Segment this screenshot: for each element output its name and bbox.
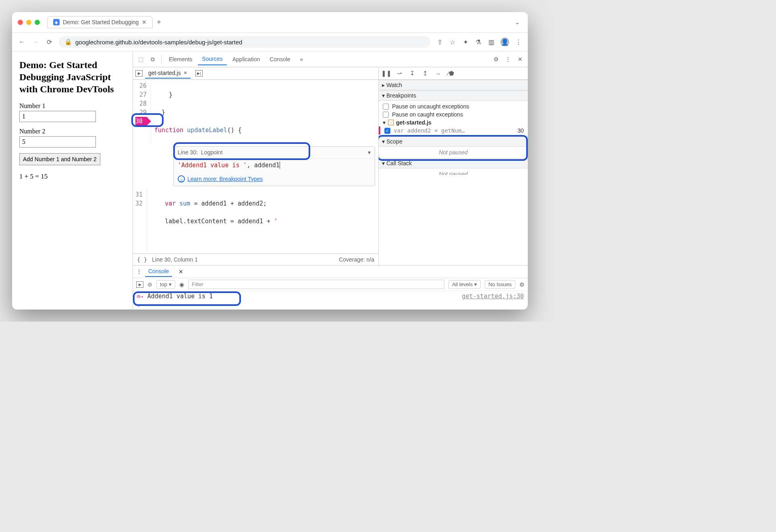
- kebab-menu-icon[interactable]: ⋮: [503, 54, 513, 64]
- breakpoint-item[interactable]: ✓ var addend2 = getNum… 30: [379, 127, 524, 135]
- close-drawer-icon[interactable]: ✕: [178, 268, 183, 275]
- url-field[interactable]: 🔒 googlechrome.github.io/devtools-sample…: [59, 36, 430, 48]
- maximize-window-icon[interactable]: [35, 20, 40, 25]
- pause-icon[interactable]: ❚❚: [382, 69, 391, 78]
- console-prompt[interactable]: ›: [133, 301, 528, 310]
- logpoint-expr-rest: , addend1: [247, 162, 280, 169]
- reading-list-icon[interactable]: ▥: [488, 38, 495, 46]
- watch-pane-header[interactable]: ▸ Watch: [379, 80, 528, 90]
- logpoint-expression-input[interactable]: 'Addend1 value is ', addend1: [174, 158, 375, 172]
- breakpoints-pane-header[interactable]: ▾ Breakpoints: [379, 90, 528, 101]
- settings-icon[interactable]: ⚙: [491, 54, 501, 64]
- extensions-icon[interactable]: ✦: [462, 38, 469, 46]
- logpoint-expr-string: 'Addend1 value is ': [178, 162, 247, 169]
- pretty-print-icon[interactable]: { }: [137, 256, 147, 263]
- step-out-icon[interactable]: ↥: [421, 69, 429, 78]
- page-heading: Demo: Get Started Debugging JavaScript w…: [19, 59, 125, 95]
- line-gutter[interactable]: 26 27 28 29 30: [133, 80, 151, 145]
- issues-button[interactable]: No Issues: [485, 280, 515, 289]
- line-gutter-2[interactable]: 31 32: [133, 189, 147, 254]
- profile-avatar[interactable]: 👤: [500, 37, 509, 46]
- logpoint-type[interactable]: Logpoint: [201, 149, 223, 156]
- content-area: Demo: Get Started Debugging JavaScript w…: [12, 52, 528, 310]
- line-28[interactable]: 28: [135, 99, 147, 108]
- reload-button[interactable]: ⟳: [45, 38, 53, 46]
- pause-uncaught-row[interactable]: Pause on uncaught exceptions: [383, 102, 524, 110]
- learn-more-link[interactable]: → Learn more: Breakpoint Types: [174, 172, 375, 186]
- deactivate-breakpoints-icon[interactable]: ⁄⬟: [446, 69, 455, 78]
- checkbox-unchecked-icon[interactable]: [383, 112, 389, 118]
- callstack-pane-header[interactable]: ▾ Call Stack: [379, 158, 528, 168]
- line-31[interactable]: 31: [135, 190, 143, 199]
- console-log-source-link[interactable]: get-started.js:30: [462, 293, 524, 300]
- share-icon[interactable]: ⇧: [436, 38, 443, 46]
- logpoint-editor: Line 30: Logpoint ▾ 'Addend1 value is ',…: [173, 146, 375, 186]
- tabs-dropdown-icon[interactable]: ⌄: [515, 19, 520, 25]
- console-settings-icon[interactable]: ⚙: [519, 281, 525, 288]
- close-file-icon[interactable]: ✕: [183, 70, 187, 76]
- log-levels-selector[interactable]: All levels ▾: [448, 280, 481, 289]
- execution-context-selector[interactable]: top ▾: [156, 280, 175, 289]
- code-area-continued[interactable]: 31 32 var sum = addend1 + addend2; label…: [133, 189, 378, 254]
- pause-caught-row[interactable]: Pause on caught exceptions: [383, 110, 524, 118]
- navigator-toggle-icon[interactable]: ▶: [135, 70, 143, 77]
- file-tab-get-started[interactable]: get-started.js ✕: [145, 68, 191, 79]
- inspect-icon[interactable]: ⬚: [135, 54, 146, 64]
- line-32[interactable]: 32: [135, 199, 143, 208]
- debugger-sidebar: ❚❚ ⤻ ↧ ↥ → ⁄⬟ ▸ Watch ▾ Breakpoints Paus…: [379, 67, 528, 265]
- checkbox-unchecked-icon[interactable]: [383, 104, 389, 110]
- device-toolbar-icon[interactable]: ⧉: [147, 54, 158, 64]
- more-files-icon[interactable]: ▶|: [195, 70, 203, 77]
- console-sidebar-toggle-icon[interactable]: ▶: [136, 281, 143, 288]
- step-over-icon[interactable]: ⤻: [395, 69, 404, 78]
- tab-sources[interactable]: Sources: [198, 53, 226, 65]
- new-tab-button[interactable]: +: [157, 18, 161, 27]
- file-tabbar: ▶ get-started.js ✕ ▶|: [133, 67, 378, 80]
- bookmark-icon[interactable]: ☆: [449, 38, 456, 46]
- checkbox-checked-icon[interactable]: ✓: [384, 128, 390, 134]
- close-tab-icon[interactable]: ✕: [142, 19, 147, 25]
- label-number-2: Number 2: [19, 128, 125, 135]
- breakpoint-file-name: get-started.js: [396, 119, 432, 126]
- clear-console-icon[interactable]: ⊘: [147, 281, 152, 288]
- console-log-text: Addend1 value is 1: [147, 293, 213, 300]
- pause-uncaught-label: Pause on uncaught exceptions: [392, 103, 469, 110]
- step-into-icon[interactable]: ↧: [408, 69, 417, 78]
- step-icon[interactable]: →: [434, 69, 442, 78]
- tab-application[interactable]: Application: [228, 54, 264, 65]
- code-area[interactable]: 26 27 28 29 30 } } function updateLabel(…: [133, 80, 378, 145]
- add-button[interactable]: Add Number 1 and Number 2: [19, 153, 100, 165]
- console-toolbar: ▶ ⊘ top ▾ ◉ Filter All levels ▾ No Issue…: [133, 278, 528, 291]
- input-number-2[interactable]: [19, 136, 96, 148]
- callstack-not-paused: Not paused: [379, 168, 528, 175]
- input-number-1[interactable]: [19, 111, 96, 122]
- code-lines[interactable]: } } function updateLabel() { var addend1…: [151, 80, 378, 145]
- scope-pane-header[interactable]: ▾ Scope: [379, 136, 528, 147]
- tab-elements[interactable]: Elements: [165, 54, 196, 65]
- logpoint-dropdown-icon[interactable]: ▾: [368, 149, 371, 156]
- cursor-position: Line 30, Column 1: [152, 256, 198, 263]
- labs-icon[interactable]: ⚗: [475, 38, 482, 46]
- menu-icon[interactable]: ⋮: [515, 38, 522, 46]
- line-27[interactable]: 27: [135, 90, 147, 99]
- tab-title: Demo: Get Started Debugging: [63, 19, 139, 25]
- tab-console[interactable]: Console: [266, 54, 294, 65]
- more-tabs-icon[interactable]: »: [296, 54, 307, 65]
- breakpoint-file-row[interactable]: ▾ ○ get-started.js: [383, 118, 524, 127]
- lock-icon: 🔒: [64, 38, 72, 46]
- browser-tab[interactable]: ◆ Demo: Get Started Debugging ✕: [47, 16, 153, 28]
- logpoint-line-label: Line 30:: [178, 149, 198, 156]
- console-filter-input[interactable]: Filter: [188, 280, 444, 289]
- close-devtools-icon[interactable]: ✕: [515, 54, 525, 64]
- console-drawer-tab[interactable]: Console: [145, 266, 172, 277]
- live-expression-icon[interactable]: ◉: [179, 281, 184, 288]
- console-drawer-menu-icon[interactable]: ⋮: [136, 268, 142, 275]
- line-26[interactable]: 26: [135, 81, 147, 90]
- close-window-icon[interactable]: [18, 20, 23, 25]
- minimize-window-icon[interactable]: [26, 20, 31, 25]
- line-30-breakpoint[interactable]: 30: [135, 117, 147, 126]
- line-29[interactable]: 29: [135, 108, 147, 117]
- forward-button[interactable]: →: [31, 38, 39, 46]
- code-lines-2[interactable]: var sum = addend1 + addend2; label.textC…: [147, 189, 378, 254]
- back-button[interactable]: ←: [18, 38, 26, 46]
